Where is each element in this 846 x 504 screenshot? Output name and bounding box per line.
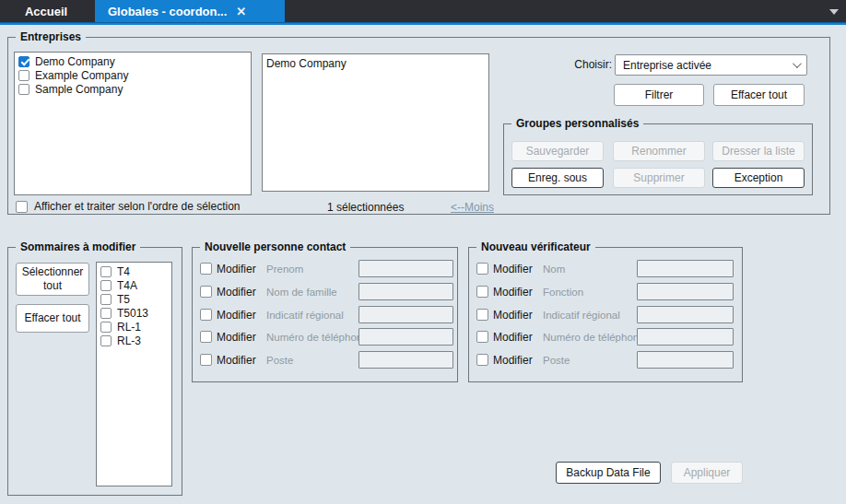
accent-line [0,22,846,25]
tab-accueil[interactable]: Accueil [0,0,92,22]
form-checkbox[interactable] [100,308,112,319]
dresser-la-liste-button[interactable]: Dresser la liste [712,141,805,161]
company-label: Demo Company [35,55,115,68]
contact-prenom-input[interactable] [358,260,453,277]
verificateur-group: Nouveau vérificateur Modifier Nom Modifi… [468,247,743,382]
modifier-label: Modifier [493,329,533,346]
form-label: RL-3 [117,334,141,347]
moins-link[interactable]: <--Moins [451,201,494,214]
verificateur-indicatif-input[interactable] [637,306,734,323]
company-list-item[interactable]: Example Company [15,68,251,82]
company-list-item[interactable]: Demo Company [15,54,251,68]
modifier-label: Modifier [217,284,256,301]
close-icon[interactable]: ✕ [236,5,246,18]
supprimer-button[interactable]: Supprimer [613,168,705,188]
contact-telephone-input[interactable] [358,328,453,346]
selectionner-tout-button[interactable]: Sélectionner tout [16,263,89,296]
verificateur-modifier-checkbox[interactable] [476,354,488,366]
enreg-sous-button[interactable]: Enreg. sous [511,168,604,188]
tab-bar: Accueil Globales - coordon... ✕ [0,0,846,22]
groupes-personnalises-title: Groupes personnalisés [511,117,643,130]
selected-company-label: Demo Company [266,57,347,70]
form-checkbox[interactable] [100,294,112,305]
verificateur-field-label: Poste [543,352,570,369]
form-checkbox[interactable] [100,322,112,333]
verificateur-field-label: Fonction [543,284,583,301]
groupes-personnalises-group: Groupes personnalisés Sauvegarder Renomm… [503,123,813,195]
verificateur-modifier-checkbox[interactable] [476,286,488,298]
form-checkbox[interactable] [100,280,112,291]
form-label: T5 [117,293,130,306]
form-list-item[interactable]: T4A [97,278,171,292]
selected-company-item[interactable]: Demo Company [263,56,488,70]
form-label: RL-1 [117,321,141,334]
tab-overflow-icon[interactable] [829,9,839,15]
selected-companies-list[interactable]: Demo Company [262,53,489,192]
tab-globales-coordonnees[interactable]: Globales - coordon... ✕ [95,0,285,22]
form-checkbox[interactable] [100,266,112,277]
appliquer-button[interactable]: Appliquer [671,462,743,484]
app-window: Accueil Globales - coordon... ✕ Entrepri… [0,0,846,504]
verificateur-field-label: Indicatif régional [543,307,620,324]
verificateur-modifier-checkbox[interactable] [476,309,488,321]
verificateur-field-label: Nom [543,261,565,278]
contact-field-label: Nom de famille [266,284,337,301]
contact-group: Nouvelle personne contact Modifier Preno… [192,247,458,382]
order-checkbox[interactable] [16,201,28,213]
form-label: T5013 [117,307,148,320]
contact-poste-input[interactable] [358,351,453,369]
form-list-item[interactable]: T5013 [97,306,171,320]
choisir-selected-value: Entreprise activée [623,59,711,72]
form-list-item[interactable]: T5 [97,292,171,306]
form-list-item[interactable]: RL-1 [97,320,171,334]
company-checkbox[interactable] [18,70,29,81]
choisir-select[interactable]: Entreprise activée [615,54,807,76]
backup-data-file-button[interactable]: Backup Data File [556,462,661,484]
verificateur-modifier-checkbox[interactable] [476,263,488,275]
contact-modifier-checkbox[interactable] [200,263,212,275]
contact-field-label: Numéro de téléphone [266,329,369,346]
contact-field-label: Poste [266,352,293,369]
modifier-label: Modifier [493,352,533,369]
verificateur-title: Nouveau vérificateur [476,240,595,253]
contact-modifier-checkbox[interactable] [200,331,212,343]
form-list-item[interactable]: T4 [97,264,171,278]
verificateur-field-label: Numéro de téléphone [543,329,645,346]
modifier-label: Modifier [493,284,533,301]
company-checklist[interactable]: Demo Company Example Company Sample Comp… [14,52,252,195]
company-list-item[interactable]: Sample Company [15,82,251,96]
selected-count: 1 sélectionnées [327,201,404,214]
exception-button[interactable]: Exception [712,168,805,188]
company-label: Example Company [35,69,128,82]
company-checkbox[interactable] [18,84,29,95]
sommaires-group: Sommaires à modifier Sélectionner tout E… [7,247,182,496]
forms-checklist[interactable]: T4 T4A T5 T5013 RL-1 RL-3 [96,262,172,486]
order-checkbox-label: Afficher et traiter selon l'ordre de sél… [34,198,241,216]
verificateur-fonction-input[interactable] [637,283,734,300]
form-checkbox[interactable] [100,335,112,346]
contact-nom-famille-input[interactable] [358,283,453,300]
sommaires-title: Sommaires à modifier [16,240,140,253]
contact-title: Nouvelle personne contact [200,240,350,253]
form-label: T4A [117,279,137,292]
verificateur-telephone-input[interactable] [637,328,734,346]
form-label: T4 [117,265,130,278]
renommer-button[interactable]: Renommer [613,141,705,161]
effacer-tout-button[interactable]: Effacer tout [713,84,805,106]
contact-modifier-checkbox[interactable] [200,286,212,298]
verificateur-poste-input[interactable] [637,351,734,369]
entreprises-group: Entreprises Demo Company Example Company… [7,37,830,215]
filtrer-button[interactable]: Filtrer [614,84,704,106]
effacer-tout-sommaires-button[interactable]: Effacer tout [16,304,89,333]
tab-globales-label: Globales - coordon... [108,5,227,18]
modifier-label: Modifier [493,261,533,278]
contact-indicatif-input[interactable] [358,306,453,323]
sauvegarder-button[interactable]: Sauvegarder [511,141,604,161]
contact-modifier-checkbox[interactable] [200,354,212,366]
form-list-item[interactable]: RL-3 [97,334,171,347]
company-checkbox[interactable] [18,56,29,67]
entreprises-title: Entreprises [16,30,86,43]
contact-modifier-checkbox[interactable] [200,309,212,321]
verificateur-nom-input[interactable] [637,260,734,277]
verificateur-modifier-checkbox[interactable] [476,331,488,343]
